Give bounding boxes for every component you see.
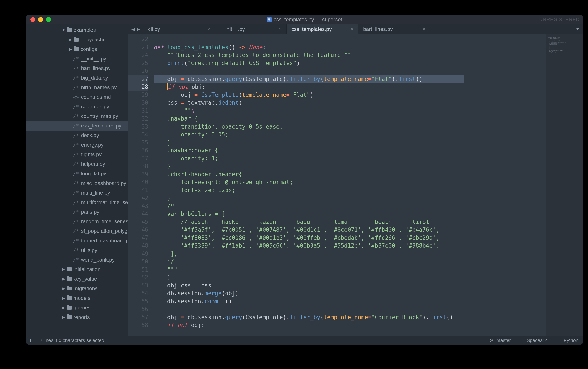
file-energy.py[interactable]: /*energy.py (26, 140, 128, 150)
file-sf_population_polygons.py[interactable]: /*sf_population_polygons.py (26, 226, 128, 236)
panel-toggle-icon[interactable] (30, 338, 34, 342)
folder-configs[interactable]: ▶configs (26, 44, 128, 54)
code-line[interactable]: obj = db.session.query(CssTemplate).filt… (153, 313, 546, 321)
status-language[interactable]: Python (564, 338, 579, 343)
file-world_bank.py[interactable]: /*world_bank.py (26, 255, 128, 265)
code-line[interactable]: //rausch hackb kazan babu lima beach tir… (153, 218, 546, 226)
minimap[interactable]: def load_css_templates() -> None: """Loa… (546, 34, 583, 336)
code-line[interactable]: """\ (153, 107, 546, 115)
code-line[interactable]: '#ff3339', '#ff1ab1', '#005c66', '#00b3a… (153, 242, 546, 250)
code-line[interactable]: """Loads 2 css templates to demonstrate … (153, 51, 546, 59)
code-line[interactable]: ····obj·=·db.session.query(CssTemplate).… (153, 75, 465, 83)
code-line[interactable] (153, 305, 546, 313)
file-helpers.py[interactable]: /*helpers.py (26, 159, 128, 169)
file-icon: ⧉ (267, 17, 272, 22)
folder-reports[interactable]: ▶reports (26, 312, 128, 322)
file-country_map.py[interactable]: /*country_map.py (26, 111, 128, 121)
code-line[interactable]: .chart-header .header{ (153, 170, 546, 178)
folder-icon (67, 28, 72, 32)
code-line[interactable]: .navbar { (153, 115, 546, 123)
file-multiformat_time_series.py[interactable]: /*multiformat_time_series.py (26, 197, 128, 207)
folder-__pycache__[interactable]: ▶__pycache__ (26, 35, 128, 44)
file-birth_names.py[interactable]: /*birth_names.py (26, 83, 128, 92)
folder-models[interactable]: ▶models (26, 293, 128, 303)
file-long_lat.py[interactable]: /*long_lat.py (26, 169, 128, 178)
chevron-right-icon: ▶ (62, 267, 65, 272)
folder-root[interactable]: ▼ examples (26, 25, 128, 35)
code-line[interactable]: '#ff5a5f', '#7b0051', '#007A87', '#00d1c… (153, 226, 546, 234)
file-flights.py[interactable]: /*flights.py (26, 150, 128, 159)
code-line[interactable]: transition: opacity 0.5s ease; (153, 123, 546, 131)
close-tab-icon[interactable]: ✕ (207, 27, 210, 31)
maximize-button[interactable] (46, 17, 51, 22)
code-line[interactable]: } (153, 139, 546, 147)
code-line[interactable]: '#ff8083', '#cc0086', '#00a1b3', '#00ffe… (153, 234, 546, 242)
close-button[interactable] (30, 17, 35, 22)
folder-initialization[interactable]: ▶initialization (26, 265, 128, 274)
code-line[interactable]: font-weight: @font-weight-normal; (153, 178, 546, 186)
folder-queries[interactable]: ▶queries (26, 303, 128, 312)
code-line[interactable]: font-size: 12px; (153, 186, 546, 194)
status-selection: 2 lines, 80 characters selected (40, 338, 104, 343)
file-tree-sidebar[interactable]: ▼ examples ▶__pycache__▶configs /*__init… (26, 24, 128, 336)
code-line[interactable]: def load_css_templates() -> None: (153, 43, 546, 51)
close-tab-icon[interactable]: ✕ (350, 27, 354, 31)
code-area[interactable]: def load_css_templates() -> None: """Loa… (152, 34, 546, 336)
file-utils.py[interactable]: /*utils.py (26, 246, 128, 255)
code-line[interactable] (153, 35, 546, 43)
file-multi_line.py[interactable]: /*multi_line.py (26, 188, 128, 197)
file-random_time_series.py[interactable]: /*random_time_series.py (26, 217, 128, 226)
code-line[interactable]: print("Creating default CSS templates") (153, 59, 546, 67)
forward-icon[interactable]: ▶ (137, 27, 140, 32)
code-line[interactable]: */ (153, 258, 546, 266)
file-tabbed_dashboard.py[interactable]: /*tabbed_dashboard.py (26, 236, 128, 246)
code-line[interactable]: opacity: 0.05; (153, 131, 546, 139)
back-icon[interactable]: ◀ (131, 27, 135, 32)
tab-bart_lines.py[interactable]: bart_lines.py✕ (358, 24, 430, 34)
code-line[interactable]: ) (153, 274, 546, 282)
code-line[interactable] (153, 67, 546, 75)
folder-key_value[interactable]: ▶key_value (26, 274, 128, 284)
editor-window: ⧉ css_templates.py — superset UNREGISTER… (26, 15, 583, 345)
code-line[interactable]: if not obj: (153, 83, 546, 91)
minimize-button[interactable] (38, 17, 43, 22)
code-line[interactable]: ]; (153, 250, 546, 258)
folder-migrations[interactable]: ▶migrations (26, 284, 128, 293)
file-countries.md[interactable]: <>countries.md (26, 92, 128, 102)
tab-__init__.py[interactable]: __init__.py✕ (215, 24, 287, 34)
new-tab-button[interactable]: + (570, 26, 573, 32)
status-branch[interactable]: master (490, 338, 511, 343)
code-line[interactable]: """ (153, 266, 546, 274)
tab-cli.py[interactable]: cli.py✕ (143, 24, 215, 34)
code-line[interactable]: } (153, 194, 546, 202)
file-big_data.py[interactable]: /*big_data.py (26, 73, 128, 83)
file-bart_lines.py[interactable]: /*bart_lines.py (26, 63, 128, 73)
code-line[interactable]: opacity: 1; (153, 154, 546, 163)
folder-icon (67, 287, 72, 290)
file-paris.py[interactable]: /*paris.py (26, 207, 128, 217)
code-line[interactable]: .navbar:hover { (153, 146, 546, 154)
code-line[interactable]: db.session.merge(obj) (153, 289, 546, 297)
status-indent[interactable]: Spaces: 4 (527, 338, 548, 343)
file-css_templates.py[interactable]: /*css_templates.py (26, 121, 128, 131)
file-__init__.py[interactable]: /*__init__.py (26, 54, 128, 63)
file-countries.py[interactable]: /*countries.py (26, 102, 128, 111)
code-line[interactable]: db.session.commit() (153, 297, 546, 306)
code-line[interactable]: obj = CssTemplate(template_name="Flat") (153, 91, 546, 99)
code-editor[interactable]: 2223242526272829303132333435363738394041… (128, 34, 583, 336)
code-line[interactable]: if not obj: (153, 321, 546, 329)
line-gutter[interactable]: 2223242526272829303132333435363738394041… (128, 34, 152, 336)
tab-css_templates.py[interactable]: css_templates.py✕ (287, 24, 358, 34)
code-line[interactable]: obj.css = css (153, 282, 546, 290)
tab-history-nav[interactable]: ◀ ▶ (128, 24, 143, 34)
code-line[interactable]: /* (153, 202, 546, 210)
code-line[interactable]: var bnbColors = [ (153, 210, 546, 218)
tab-menu-button[interactable]: ▾ (577, 26, 579, 32)
file-misc_dashboard.py[interactable]: /*misc_dashboard.py (26, 178, 128, 188)
folder-icon (74, 38, 79, 41)
code-line[interactable]: css = textwrap.dedent( (153, 99, 546, 107)
close-tab-icon[interactable]: ✕ (422, 27, 426, 31)
file-deck.py[interactable]: /*deck.py (26, 131, 128, 140)
close-tab-icon[interactable]: ✕ (279, 27, 282, 31)
code-line[interactable]: } (153, 162, 546, 170)
